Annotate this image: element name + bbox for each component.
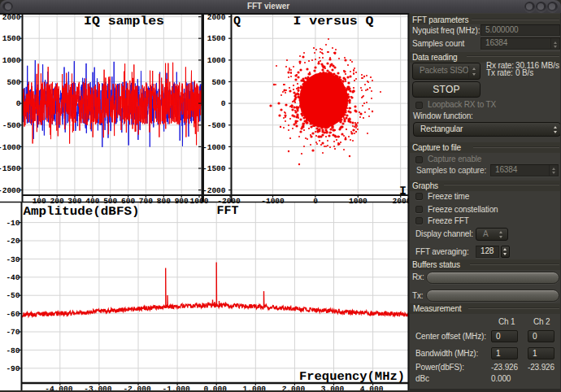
svg-text:-30: -30	[6, 255, 20, 264]
svg-text:0: 0	[313, 197, 318, 206]
svg-text:900: 900	[175, 197, 189, 206]
svg-text:1500: 1500	[2, 34, 21, 43]
svg-text:1000: 1000	[207, 56, 226, 65]
svg-text:-1000: -1000	[0, 143, 21, 152]
svg-text:2000: 2000	[2, 13, 21, 22]
svg-text:-90: -90	[6, 364, 20, 373]
svg-text:2000: 2000	[207, 13, 226, 22]
svg-text:600: 600	[121, 197, 135, 206]
svg-text:I: I	[399, 185, 407, 198]
svg-text:IQ samples: IQ samples	[84, 15, 164, 28]
svg-text:-10: -10	[6, 219, 20, 228]
svg-text:700: 700	[139, 197, 153, 206]
svg-text:I versus Q: I versus Q	[294, 15, 374, 28]
svg-text:-500: -500	[207, 121, 226, 130]
svg-text:-60: -60	[6, 310, 20, 319]
svg-text:0: 0	[221, 99, 226, 108]
svg-text:-1000: -1000	[202, 143, 226, 152]
svg-text:FFT: FFT	[216, 204, 238, 218]
svg-text:-2000: -2000	[0, 186, 21, 195]
svg-text:0: 0	[16, 99, 21, 108]
svg-text:-1000: -1000	[261, 197, 285, 206]
svg-text:1000: 1000	[349, 197, 367, 206]
svg-text:-70: -70	[6, 328, 20, 337]
svg-text:-1500: -1500	[202, 164, 226, 173]
svg-text:Q: Q	[233, 15, 241, 28]
svg-text:-80: -80	[6, 346, 20, 355]
svg-text:1000: 1000	[190, 197, 209, 206]
svg-text:400: 400	[85, 197, 99, 206]
svg-text:500: 500	[103, 197, 117, 206]
svg-text:1000: 1000	[2, 56, 21, 65]
svg-text:200: 200	[50, 197, 64, 206]
svg-text:-50: -50	[6, 291, 20, 300]
svg-text:500: 500	[7, 78, 20, 87]
svg-text:300: 300	[67, 197, 81, 206]
svg-text:1500: 1500	[207, 34, 226, 43]
svg-text:500: 500	[211, 78, 225, 87]
svg-text:-1500: -1500	[0, 164, 21, 173]
svg-text:Amplitude(dBFS): Amplitude(dBFS)	[24, 205, 140, 219]
svg-text:-20: -20	[6, 237, 20, 246]
svg-text:-500: -500	[2, 121, 21, 130]
svg-text:800: 800	[157, 197, 171, 206]
svg-text:-2000: -2000	[202, 186, 226, 195]
svg-text:Frequency(MHz): Frequency(MHz)	[299, 370, 405, 384]
svg-text:100: 100	[33, 197, 46, 206]
svg-text:-40: -40	[6, 273, 20, 282]
